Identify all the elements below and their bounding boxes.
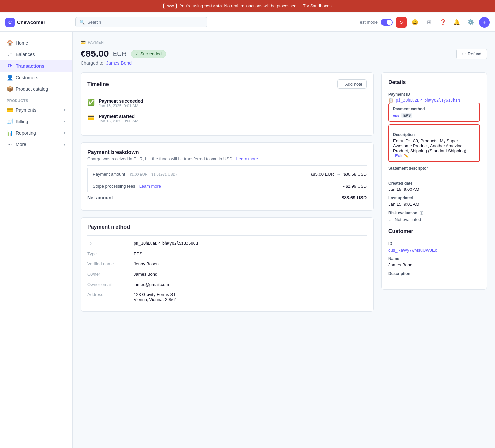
shield-icon: 🛡 (388, 217, 393, 222)
timeline-event-title-1: Payment started (99, 114, 138, 119)
pm-row-owner-email: Owner email james@gmail.com (87, 279, 367, 290)
address-line1: 123 Gravity Forms ST (134, 292, 367, 297)
customer-id-link[interactable]: cus_RaWy7wMsuUWJEo (388, 248, 437, 253)
emoji-icon[interactable]: 😀 (410, 17, 420, 28)
pm-value-owner-email: james@gmail.com (134, 279, 367, 290)
right-column: Details Payment ID 📋 pi_3QhLuZDPTbhWyQ2l… (381, 72, 487, 318)
sidebar-item-payments[interactable]: 💳 Payments ▾ (0, 104, 72, 116)
sidebar-label-balances: Balances (16, 52, 35, 57)
breakdown-value-0: €85.00 EUR → $86.68 USD (311, 172, 367, 177)
breakdown-net-row: Net amount $83.69 USD (87, 192, 367, 204)
sandbox-new-badge: New (163, 3, 177, 9)
search-icon: 🔍 (80, 20, 85, 25)
learn-more-link[interactable]: Learn more (236, 156, 258, 161)
pm-label-address: Address (87, 290, 134, 305)
sidebar-item-home[interactable]: 🏠 Home (0, 37, 72, 49)
timeline-card: Timeline + Add note ✅ Payment succeeded … (81, 72, 374, 136)
notifications-icon[interactable]: 🔔 (451, 17, 462, 28)
eps-logo: eps (393, 113, 399, 117)
toggle-thumb (387, 20, 392, 25)
description-edit-link[interactable]: Edit (395, 153, 402, 158)
status-checkmark: ✓ (135, 52, 139, 56)
description-highlight: Description Entry ID: 189, Products: My … (388, 124, 480, 162)
pm-row-id: ID pm_1QhLuaDPTbhWyQ2lSzB36U0u (87, 238, 367, 249)
charged-to-link[interactable]: James Bond (106, 60, 132, 66)
customer-id-label: ID (388, 241, 480, 246)
pm-row-type: Type EPS (87, 249, 367, 259)
pm-row-verified-name: Verified name Jenny Rosen (87, 259, 367, 269)
products-section-label: Products (0, 95, 72, 104)
payments-arrow-icon: ▾ (64, 108, 66, 112)
last-updated-label: Last updated (388, 196, 480, 200)
test-mode-toggle[interactable] (381, 19, 393, 26)
payment-method-table: ID pm_1QhLuaDPTbhWyQ2lSzB36U0u Type EPS … (87, 238, 367, 305)
sidebar-label-payments: Payments (16, 107, 36, 113)
balances-icon: ⇌ (7, 51, 13, 57)
details-card: Details Payment ID 📋 pi_3QhLuZDPTbhWyQ2l… (381, 72, 487, 290)
sidebar-item-customers[interactable]: 👤 Customers (0, 72, 72, 83)
customers-icon: 👤 (7, 74, 13, 81)
payment-method-highlight: Payment method eps EPS (388, 103, 480, 122)
refund-label: Refund (468, 52, 481, 56)
sidebar-item-more[interactable]: ··· More ▾ (0, 139, 72, 150)
search-placeholder: Search (87, 20, 101, 25)
pm-value-verified-name: Jenny Rosen (134, 259, 367, 269)
stripe-icon[interactable]: S (396, 17, 407, 28)
more-icon: ··· (7, 141, 13, 147)
sidebar-item-reporting[interactable]: 📊 Reporting ▾ (0, 127, 72, 139)
apps-icon[interactable]: ⊞ (424, 17, 434, 28)
sidebar-item-balances[interactable]: ⇌ Balances (0, 49, 72, 60)
avatar[interactable]: + (479, 17, 490, 28)
sidebar-label-home: Home (16, 40, 28, 46)
test-mode-label: Test mode (358, 20, 378, 25)
status-badge: ✓ Succeeded (131, 50, 166, 58)
pm-value-owner: James Bond (134, 269, 367, 279)
logo-icon: C (5, 18, 15, 27)
customer-section-title: Customer (388, 228, 480, 237)
breadcrumb-icon: 💳 (81, 40, 86, 45)
timeline-item-0: ✅ Payment succeeded Jan 15, 2025, 9:01 A… (87, 98, 367, 108)
amount-row: €85.00 EUR ✓ Succeeded (81, 49, 456, 59)
try-sandboxes-link[interactable]: Try Sandboxes (303, 3, 332, 8)
content-grid: Timeline + Add note ✅ Payment succeeded … (81, 72, 487, 318)
details-title: Details (388, 79, 480, 88)
breadcrumb: 💳 PAYMENT (81, 40, 487, 45)
sidebar-label-transactions: Transactions (16, 63, 44, 69)
logo-text: Cnewcomer (17, 19, 45, 25)
created-date-label: Created date (388, 181, 480, 186)
sidebar-item-product-catalog[interactable]: 📦 Product catalog (0, 83, 72, 95)
left-bar (87, 168, 88, 192)
timeline-gray-icon: 💳 (87, 114, 95, 123)
transactions-icon: ⟳ (7, 63, 13, 69)
search-bar[interactable]: 🔍 Search (75, 17, 207, 27)
breadcrumb-text: PAYMENT (88, 40, 106, 44)
net-amount-value: $83.69 USD (342, 195, 367, 200)
processing-fees-learn-more[interactable]: Learn more (139, 184, 161, 189)
payment-id-value: 📋 pi_3QhLuZDPTbhWyQ2l1y61JhIN (388, 98, 480, 103)
sidebar-item-billing[interactable]: 🧾 Billing ▾ (0, 116, 72, 127)
pm-row-owner: Owner James Bond (87, 269, 367, 279)
billing-icon: 🧾 (7, 118, 13, 124)
payment-currency: EUR (113, 50, 127, 58)
sidebar-label-billing: Billing (16, 119, 28, 124)
pm-highlight-label: Payment method (393, 107, 476, 111)
customer-section: Customer ID cus_RaWy7wMsuUWJEo Name Jame… (388, 228, 480, 276)
divider (87, 165, 367, 166)
refund-button[interactable]: ↩ Refund (456, 49, 487, 59)
header: C Cnewcomer 🔍 Search Test mode S 😀 ⊞ ❓ 🔔… (0, 13, 495, 32)
timeline-item-1: 💳 Payment started Jan 15, 2025, 9:00 AM (87, 114, 367, 123)
risk-evaluation-label: Risk evaluation ⓘ (388, 211, 480, 216)
timeline-event-date-0: Jan 15, 2025, 9:01 AM (99, 104, 143, 108)
settings-icon[interactable]: ⚙️ (465, 17, 476, 28)
breakdown-row-0: Payment amount (€1.00 EUR = $1.01971 USD… (93, 168, 367, 180)
payment-id-link[interactable]: pi_3QhLuZDPTbhWyQ2l1y61JhIN (396, 98, 460, 103)
header-right: Test mode S 😀 ⊞ ❓ 🔔 ⚙️ + (358, 17, 490, 28)
risk-row: 🛡 Not evaluated (388, 217, 480, 222)
add-note-button[interactable]: + Add note (337, 79, 367, 89)
help-icon[interactable]: ❓ (438, 17, 448, 28)
divider (87, 235, 367, 236)
pm-label-id: ID (87, 238, 134, 249)
sidebar-item-transactions[interactable]: ⟳ Transactions (0, 60, 72, 72)
pm-label-verified-name: Verified name (87, 259, 134, 269)
pm-value-id: pm_1QhLuaDPTbhWyQ2lSzB36U0u (134, 238, 367, 249)
